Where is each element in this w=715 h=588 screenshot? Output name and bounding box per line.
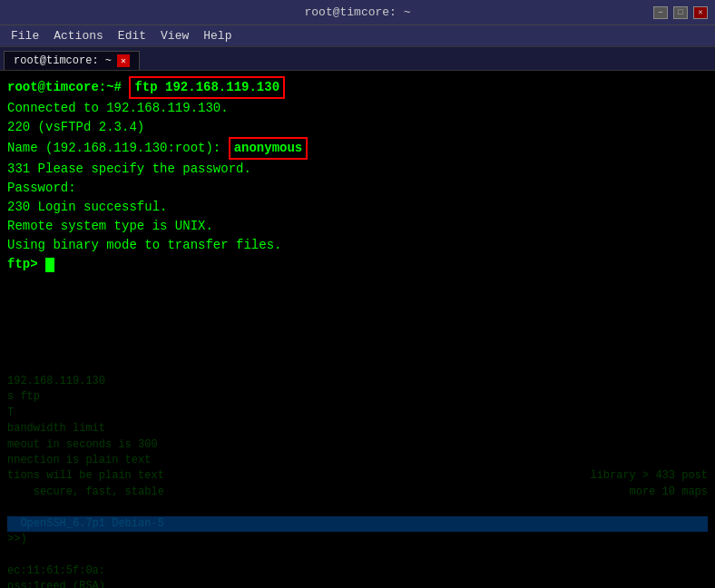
close-button[interactable]: ✕ (693, 6, 708, 19)
dim-library: library > 433 post (590, 468, 708, 484)
minimize-button[interactable]: − (653, 6, 668, 19)
menu-help[interactable]: Help (196, 27, 239, 44)
terminal-background-content: 192.168.119.130 s ftp T bandwidth limit … (0, 370, 715, 588)
terminal-line-1: root@timcore:~# ftp 192.168.119.130 (7, 76, 708, 99)
window-title: root@timcore: ~ (62, 5, 653, 19)
terminal-line-8: Remote system type is UNIX. (7, 217, 708, 236)
dim-timeout: meout in seconds is 300 (7, 437, 708, 453)
terminal[interactable]: root@timcore:~# ftp 192.168.119.130 Conn… (0, 71, 715, 588)
dim-row-stable: secure, fast, stable more 10 maps (7, 485, 708, 500)
dim-t: T (7, 406, 708, 421)
maximize-button[interactable]: □ (673, 6, 688, 19)
title-bar: root@timcore: ~ − □ ✕ (0, 0, 715, 25)
menu-file[interactable]: File (4, 27, 46, 44)
dim-ftp: s ftp (7, 389, 708, 405)
menu-actions[interactable]: Actions (46, 27, 111, 44)
tab-label: root@timcore: ~ (14, 54, 112, 67)
dim-rsa1: oss:1reed (RSA) (7, 579, 708, 588)
terminal-main-content: root@timcore:~# ftp 192.168.119.130 Conn… (0, 71, 715, 370)
dim-empty-2 (7, 547, 708, 563)
dim-bracket: >>) (7, 532, 708, 547)
terminal-cursor (45, 258, 54, 272)
tab-close-button[interactable]: ✕ (117, 54, 130, 67)
anonymous-highlight: anonymous (229, 137, 309, 160)
dim-row-1: 192.168.119.130 (7, 374, 708, 389)
dim-openssh: OpenSSH_6.7p1 Debian-5 (7, 516, 708, 532)
dim-ec: ec:11:61:5f:0a: (7, 564, 708, 579)
menu-edit[interactable]: Edit (111, 27, 153, 44)
dim-connection: nnection is plain text (7, 453, 708, 468)
dim-empty-1 (7, 500, 708, 515)
terminal-line-10: ftp> (7, 255, 708, 274)
terminal-line-3: 220 (vsFTPd 2.3.4) (7, 118, 708, 137)
dim-ip: 192.168.119.130 (7, 374, 105, 389)
name-prompt-text: Name (192.168.119.130:root): (7, 139, 229, 158)
dim-maps: more 10 maps (630, 485, 708, 500)
terminal-prompt-1: root@timcore:~# (7, 78, 129, 97)
terminal-line-9: Using binary mode to transfer files. (7, 236, 708, 255)
ftp-prompt: ftp> (7, 255, 45, 274)
tab-root-timcore[interactable]: root@timcore: ~ ✕ (4, 51, 140, 70)
terminal-line-4: Name (192.168.119.130:root): anonymous (7, 137, 708, 160)
dim-stable: secure, fast, stable (7, 485, 164, 500)
terminal-line-2: Connected to 192.168.119.130. (7, 99, 708, 118)
window-controls[interactable]: − □ ✕ (653, 6, 708, 19)
terminal-line-6: Password: (7, 179, 708, 198)
menu-view[interactable]: View (153, 27, 196, 44)
ftp-command-highlight: ftp 192.168.119.130 (129, 76, 285, 99)
dim-bandwidth: bandwidth limit (7, 421, 708, 436)
terminal-line-7: 230 Login successful. (7, 198, 708, 217)
terminal-line-5: 331 Please specify the password. (7, 160, 708, 179)
dim-plaintext: tions will be plain text (7, 468, 164, 484)
dim-row-actions: tions will be plain text library > 433 p… (7, 468, 708, 484)
menu-bar: File Actions Edit View Help (0, 25, 715, 47)
tab-bar: root@timcore: ~ ✕ (0, 47, 715, 71)
